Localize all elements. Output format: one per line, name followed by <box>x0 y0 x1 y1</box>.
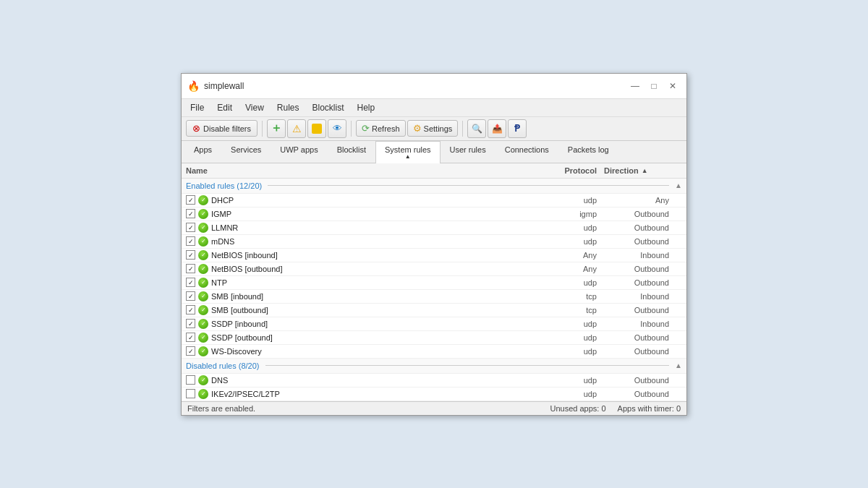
rule-direction-ssdp-out: Outbound <box>604 333 669 342</box>
tab-packets-log[interactable]: Packets log <box>558 141 618 163</box>
export-button[interactable]: 📤 <box>488 119 506 138</box>
tab-user-rules[interactable]: User rules <box>441 141 495 163</box>
menu-file[interactable]: File <box>184 100 210 115</box>
section-line-1 <box>268 185 669 186</box>
rule-left-ssdp-out: ✓ ✓ SSDP [outbound] <box>186 333 546 343</box>
status-left: Filters are enabled. <box>187 404 255 413</box>
tab-uwp[interactable]: UWP apps <box>271 141 327 163</box>
rule-name-dns: DNS <box>211 376 228 385</box>
checkbox-wsdiscovery[interactable]: ✓ <box>186 346 195 356</box>
table-row: ✓ IKEv2/IPSEC/L2TP udp Outbound <box>182 388 686 401</box>
status-icon-netbios-out: ✓ <box>198 264 208 274</box>
rule-name-netbios-in: NetBIOS [inbound] <box>211 251 278 260</box>
rule-left-llmnr: ✓ ✓ LLMNR <box>186 223 546 233</box>
tab-system-rules-label: System rules <box>385 145 431 154</box>
menu-rules[interactable]: Rules <box>271 100 305 115</box>
table-row: ✓ DNS udp Outbound <box>182 374 686 388</box>
rule-left-smb-in: ✓ ✓ SMB [inbound] <box>186 291 546 301</box>
toolbar-separator-2 <box>351 121 352 137</box>
rule-direction-dns: Outbound <box>604 376 669 385</box>
table-row: ✓ ✓ DHCP udp Any <box>182 194 686 207</box>
export-icon: 📤 <box>492 124 503 134</box>
warning-button[interactable]: ⚠ <box>287 119 306 138</box>
paypal-button[interactable]: Ᵽ <box>508 119 527 138</box>
checkbox-smb-in[interactable]: ✓ <box>186 291 195 301</box>
rule-name-llmnr: LLMNR <box>211 223 238 232</box>
menu-view[interactable]: View <box>239 100 270 115</box>
rule-direction-mdns: Outbound <box>604 237 669 246</box>
enabled-section-label: Enabled rules (12/20) <box>186 181 262 190</box>
rule-direction-igmp: Outbound <box>604 210 669 218</box>
rule-name-ssdp-out: SSDP [outbound] <box>211 333 273 342</box>
rule-protocol-netbios-out: Any <box>546 265 604 273</box>
checkbox-llmnr[interactable]: ✓ <box>186 223 195 232</box>
rule-direction-llmnr: Outbound <box>604 223 669 232</box>
rule-protocol-ntp: udp <box>546 278 604 287</box>
checkbox-ssdp-in[interactable]: ✓ <box>186 319 195 328</box>
rule-name-dhcp: DHCP <box>211 196 234 205</box>
rule-left-dns: ✓ DNS <box>186 375 546 385</box>
checkbox-mdns[interactable]: ✓ <box>186 236 195 246</box>
rule-protocol-ikev2: udp <box>546 390 604 398</box>
rule-direction-ssdp-in: Inbound <box>604 320 669 328</box>
rule-left-igmp: ✓ ✓ IGMP <box>186 209 546 219</box>
menu-edit[interactable]: Edit <box>211 100 238 115</box>
checkbox-netbios-out[interactable]: ✓ <box>186 264 195 273</box>
disable-icon: ⊗ <box>192 123 200 134</box>
checkbox-dhcp[interactable]: ✓ <box>186 195 195 205</box>
minimize-button[interactable]: — <box>627 78 643 94</box>
rule-protocol-smb-in: tcp <box>546 292 604 301</box>
search-icon: 🔍 <box>472 124 482 134</box>
status-apps-timer: Apps with timer: 0 <box>618 404 681 413</box>
checkbox-ntp[interactable]: ✓ <box>186 278 195 287</box>
yellow-button[interactable] <box>307 119 326 138</box>
eye-button[interactable]: 👁 <box>328 119 346 138</box>
search-button[interactable]: 🔍 <box>467 119 486 138</box>
checkbox-ikev2[interactable] <box>186 389 195 398</box>
rule-protocol-dns: udp <box>546 376 604 385</box>
checkbox-igmp[interactable]: ✓ <box>186 209 195 218</box>
rule-direction-wsdiscovery: Outbound <box>604 347 669 356</box>
rule-name-ikev2: IKEv2/IPSEC/L2TP <box>211 390 280 398</box>
rule-left-smb-out: ✓ ✓ SMB [outbound] <box>186 305 546 315</box>
rule-left-netbios-in: ✓ ✓ NetBIOS [inbound] <box>186 250 546 260</box>
tab-services[interactable]: Services <box>221 141 271 163</box>
settings-icon: ⚙ <box>413 123 422 134</box>
disable-filters-button[interactable]: ⊗ Disable filters <box>186 120 258 137</box>
tab-connections[interactable]: Connections <box>495 141 558 163</box>
rule-name-ntp: NTP <box>211 278 227 287</box>
yellow-icon <box>312 124 322 134</box>
checkbox-netbios-in[interactable]: ✓ <box>186 250 195 260</box>
status-icon-ssdp-in: ✓ <box>198 319 208 329</box>
title-left: 🔥 simplewall <box>187 80 244 92</box>
disabled-section-arrow: ▲ <box>675 361 682 369</box>
add-button[interactable]: ＋ <box>267 119 286 138</box>
maximize-button[interactable]: □ <box>646 78 662 94</box>
close-button[interactable]: ✕ <box>665 78 681 94</box>
rules-scroll-container[interactable]: Enabled rules (12/20) ▲ ✓ ✓ DHCP udp Any… <box>182 179 686 401</box>
status-icon-llmnr: ✓ <box>198 223 208 233</box>
checkbox-smb-out[interactable]: ✓ <box>186 305 195 314</box>
tab-apps[interactable]: Apps <box>184 141 221 163</box>
paypal-icon: Ᵽ <box>514 123 520 134</box>
status-icon-dhcp: ✓ <box>198 195 208 205</box>
tab-blocklist[interactable]: Blocklist <box>328 141 375 163</box>
status-icon-ntp: ✓ <box>198 278 208 288</box>
refresh-icon: ⟳ <box>362 123 370 134</box>
disabled-section-label: Disabled rules (8/20) <box>186 361 260 370</box>
title-controls: — □ ✕ <box>627 78 681 94</box>
menu-blocklist[interactable]: Blocklist <box>307 100 350 115</box>
settings-button[interactable]: ⚙ Settings <box>407 120 459 137</box>
refresh-button[interactable]: ⟳ Refresh <box>356 120 406 137</box>
status-icon-smb-in: ✓ <box>198 291 208 301</box>
checkbox-ssdp-out[interactable]: ✓ <box>186 333 195 342</box>
tab-system-rules[interactable]: System rules ▲ <box>375 141 441 163</box>
checkbox-dns[interactable] <box>186 375 195 385</box>
tab-system-rules-arrow: ▲ <box>385 154 431 160</box>
rule-protocol-wsdiscovery: udp <box>546 347 604 356</box>
status-icon-smb-out: ✓ <box>198 305 208 315</box>
menu-help[interactable]: Help <box>352 100 381 115</box>
tab-bar: Apps Services UWP apps Blocklist System … <box>182 141 686 163</box>
rule-direction-smb-out: Outbound <box>604 306 669 314</box>
status-icon-igmp: ✓ <box>198 209 208 219</box>
